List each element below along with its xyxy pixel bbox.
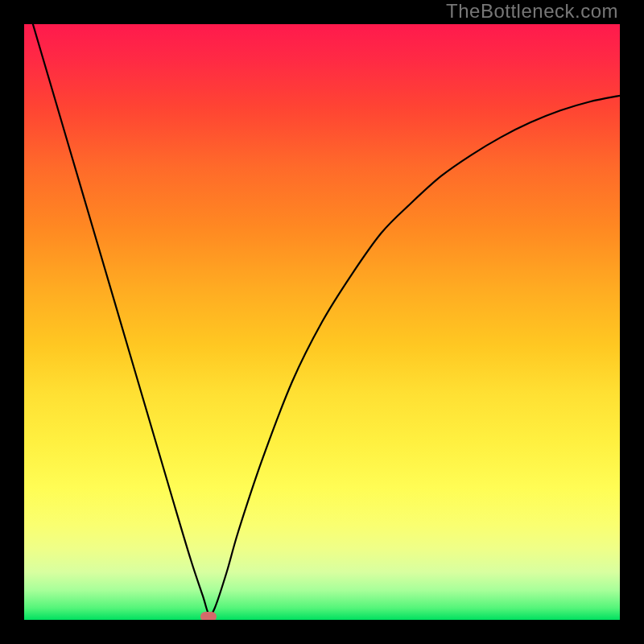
watermark-text: TheBottleneck.com: [444, 0, 620, 24]
plot-area: [24, 24, 620, 620]
curve-layer: [24, 24, 620, 620]
bottleneck-curve: [24, 24, 620, 615]
optimum-marker: [200, 612, 217, 620]
chart-frame: TheBottleneck.com: [0, 0, 644, 644]
